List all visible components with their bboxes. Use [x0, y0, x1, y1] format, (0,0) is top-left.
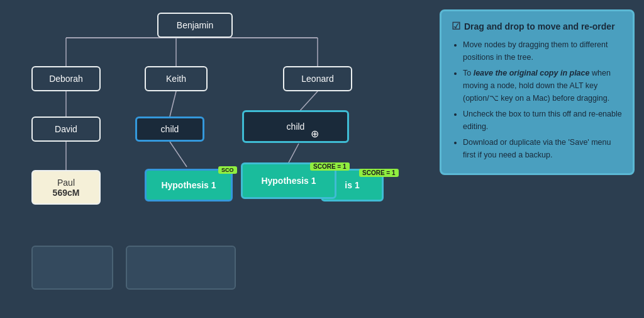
info-panel-title: ☑ Drag and drop to move and re-order [452, 20, 623, 32]
info-panel: ☑ Drag and drop to move and re-order Mov… [440, 9, 635, 175]
placeholder-1 [31, 246, 113, 290]
checkbox-icon[interactable]: ☑ [452, 20, 460, 32]
node-hypothesis1-right-label: is 1 [345, 180, 359, 190]
node-benjamin-label: Benjamin [177, 20, 213, 30]
info-bullet-4: Download or duplicate via the 'Save' men… [463, 136, 623, 161]
info-bullet-2: To leave the original copy in place when… [463, 67, 623, 105]
node-deborah[interactable]: Deborah [31, 66, 101, 91]
node-paul-score: 569cM [53, 188, 80, 198]
score-badge-1: SCO [218, 166, 237, 174]
info-panel-list: Move nodes by dragging them to different… [452, 38, 623, 161]
node-paul[interactable]: Paul 569cM [31, 170, 101, 205]
tree-container: Benjamin Deborah Keith Leonard David chi… [0, 0, 409, 318]
svg-line-12 [288, 144, 299, 164]
node-david-label: David [55, 124, 77, 134]
node-hypothesis1-left-label: Hypothesis 1 [161, 180, 216, 190]
node-paul-name: Paul [57, 178, 75, 188]
node-child1-label: child [161, 124, 179, 134]
node-keith[interactable]: Keith [145, 66, 208, 91]
svg-line-9 [170, 91, 176, 116]
node-deborah-label: Deborah [49, 74, 83, 84]
info-panel-title-text: Drag and drop to move and re-order [464, 21, 615, 31]
node-child2[interactable]: child ⊕ [242, 110, 349, 143]
node-leonard[interactable]: Leonard [283, 66, 352, 91]
svg-line-10 [299, 91, 318, 112]
node-david[interactable]: David [31, 116, 101, 142]
node-child2-label: child [287, 122, 305, 132]
node-hypothesis1-mid-label: Hypothesis 1 [261, 176, 316, 186]
drag-cursor-icon: ⊕ [311, 128, 319, 140]
placeholder-2 [126, 246, 236, 290]
info-bullet-3: Uncheck the box to turn this off and re-… [463, 108, 623, 133]
node-benjamin[interactable]: Benjamin [157, 13, 233, 38]
node-leonard-label: Leonard [301, 74, 333, 84]
svg-line-11 [170, 142, 187, 167]
info-bullet-1: Move nodes by dragging them to different… [463, 38, 623, 64]
score-badge-3: SCORE = 1 [359, 169, 399, 177]
node-keith-label: Keith [166, 74, 186, 84]
score-badge-2: SCORE = 1 [310, 162, 350, 171]
node-child1[interactable]: child [135, 116, 204, 142]
